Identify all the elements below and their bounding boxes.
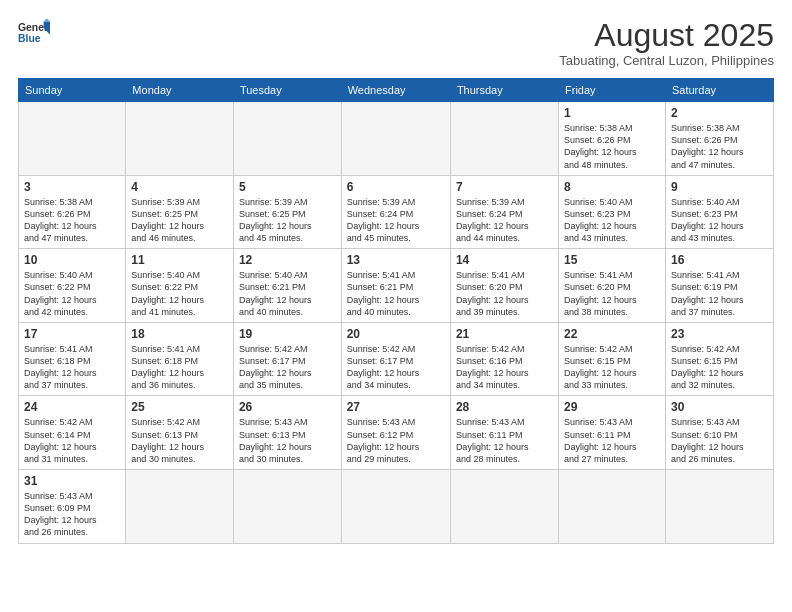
calendar-cell (450, 470, 558, 544)
day-info: Sunrise: 5:42 AM Sunset: 6:15 PM Dayligh… (564, 343, 660, 392)
calendar-cell: 27Sunrise: 5:43 AM Sunset: 6:12 PM Dayli… (341, 396, 450, 470)
calendar-cell: 9Sunrise: 5:40 AM Sunset: 6:23 PM Daylig… (665, 175, 773, 249)
day-info: Sunrise: 5:42 AM Sunset: 6:16 PM Dayligh… (456, 343, 553, 392)
calendar-cell: 8Sunrise: 5:40 AM Sunset: 6:23 PM Daylig… (559, 175, 666, 249)
day-number: 6 (347, 180, 445, 194)
calendar-cell: 7Sunrise: 5:39 AM Sunset: 6:24 PM Daylig… (450, 175, 558, 249)
location: Tabuating, Central Luzon, Philippines (559, 53, 774, 68)
calendar-cell: 16Sunrise: 5:41 AM Sunset: 6:19 PM Dayli… (665, 249, 773, 323)
calendar-cell: 4Sunrise: 5:39 AM Sunset: 6:25 PM Daylig… (126, 175, 234, 249)
calendar-cell: 28Sunrise: 5:43 AM Sunset: 6:11 PM Dayli… (450, 396, 558, 470)
day-number: 10 (24, 253, 120, 267)
calendar-cell: 1Sunrise: 5:38 AM Sunset: 6:26 PM Daylig… (559, 102, 666, 176)
calendar-cell: 6Sunrise: 5:39 AM Sunset: 6:24 PM Daylig… (341, 175, 450, 249)
day-number: 27 (347, 400, 445, 414)
day-info: Sunrise: 5:40 AM Sunset: 6:21 PM Dayligh… (239, 269, 336, 318)
calendar-cell: 25Sunrise: 5:42 AM Sunset: 6:13 PM Dayli… (126, 396, 234, 470)
calendar-week-row: 1Sunrise: 5:38 AM Sunset: 6:26 PM Daylig… (19, 102, 774, 176)
calendar-cell (126, 470, 234, 544)
title-block: August 2025 Tabuating, Central Luzon, Ph… (559, 18, 774, 68)
svg-marker-3 (44, 18, 50, 21)
calendar-cell: 23Sunrise: 5:42 AM Sunset: 6:15 PM Dayli… (665, 322, 773, 396)
day-number: 20 (347, 327, 445, 341)
calendar-cell: 20Sunrise: 5:42 AM Sunset: 6:17 PM Dayli… (341, 322, 450, 396)
day-info: Sunrise: 5:42 AM Sunset: 6:13 PM Dayligh… (131, 416, 228, 465)
day-number: 3 (24, 180, 120, 194)
day-number: 17 (24, 327, 120, 341)
calendar-cell: 12Sunrise: 5:40 AM Sunset: 6:21 PM Dayli… (233, 249, 341, 323)
day-info: Sunrise: 5:42 AM Sunset: 6:17 PM Dayligh… (347, 343, 445, 392)
day-number: 4 (131, 180, 228, 194)
day-number: 15 (564, 253, 660, 267)
day-number: 31 (24, 474, 120, 488)
day-info: Sunrise: 5:43 AM Sunset: 6:13 PM Dayligh… (239, 416, 336, 465)
day-number: 21 (456, 327, 553, 341)
logo: General Blue (18, 18, 50, 46)
day-info: Sunrise: 5:42 AM Sunset: 6:14 PM Dayligh… (24, 416, 120, 465)
calendar-cell: 29Sunrise: 5:43 AM Sunset: 6:11 PM Dayli… (559, 396, 666, 470)
day-info: Sunrise: 5:38 AM Sunset: 6:26 PM Dayligh… (24, 196, 120, 245)
day-info: Sunrise: 5:41 AM Sunset: 6:21 PM Dayligh… (347, 269, 445, 318)
calendar-cell (126, 102, 234, 176)
header: General Blue August 2025 Tabuating, Cent… (18, 18, 774, 68)
calendar-cell (450, 102, 558, 176)
day-info: Sunrise: 5:39 AM Sunset: 6:25 PM Dayligh… (239, 196, 336, 245)
day-info: Sunrise: 5:42 AM Sunset: 6:17 PM Dayligh… (239, 343, 336, 392)
calendar-cell: 11Sunrise: 5:40 AM Sunset: 6:22 PM Dayli… (126, 249, 234, 323)
day-info: Sunrise: 5:43 AM Sunset: 6:11 PM Dayligh… (456, 416, 553, 465)
day-number: 14 (456, 253, 553, 267)
day-number: 8 (564, 180, 660, 194)
weekday-header-wednesday: Wednesday (341, 79, 450, 102)
calendar-cell: 30Sunrise: 5:43 AM Sunset: 6:10 PM Dayli… (665, 396, 773, 470)
calendar-cell: 3Sunrise: 5:38 AM Sunset: 6:26 PM Daylig… (19, 175, 126, 249)
calendar-cell: 13Sunrise: 5:41 AM Sunset: 6:21 PM Dayli… (341, 249, 450, 323)
day-number: 19 (239, 327, 336, 341)
day-number: 25 (131, 400, 228, 414)
day-info: Sunrise: 5:40 AM Sunset: 6:23 PM Dayligh… (564, 196, 660, 245)
day-number: 2 (671, 106, 768, 120)
day-info: Sunrise: 5:43 AM Sunset: 6:10 PM Dayligh… (671, 416, 768, 465)
calendar-cell (233, 102, 341, 176)
day-number: 24 (24, 400, 120, 414)
calendar-week-row: 24Sunrise: 5:42 AM Sunset: 6:14 PM Dayli… (19, 396, 774, 470)
calendar-week-row: 17Sunrise: 5:41 AM Sunset: 6:18 PM Dayli… (19, 322, 774, 396)
day-info: Sunrise: 5:43 AM Sunset: 6:12 PM Dayligh… (347, 416, 445, 465)
day-number: 30 (671, 400, 768, 414)
weekday-header-row: SundayMondayTuesdayWednesdayThursdayFrid… (19, 79, 774, 102)
day-info: Sunrise: 5:39 AM Sunset: 6:24 PM Dayligh… (347, 196, 445, 245)
calendar-cell: 17Sunrise: 5:41 AM Sunset: 6:18 PM Dayli… (19, 322, 126, 396)
day-info: Sunrise: 5:41 AM Sunset: 6:19 PM Dayligh… (671, 269, 768, 318)
day-info: Sunrise: 5:40 AM Sunset: 6:23 PM Dayligh… (671, 196, 768, 245)
weekday-header-thursday: Thursday (450, 79, 558, 102)
calendar-cell (19, 102, 126, 176)
month-year: August 2025 (559, 18, 774, 53)
calendar-table: SundayMondayTuesdayWednesdayThursdayFrid… (18, 78, 774, 543)
calendar-cell (341, 102, 450, 176)
day-info: Sunrise: 5:41 AM Sunset: 6:20 PM Dayligh… (564, 269, 660, 318)
day-info: Sunrise: 5:39 AM Sunset: 6:24 PM Dayligh… (456, 196, 553, 245)
calendar-cell: 5Sunrise: 5:39 AM Sunset: 6:25 PM Daylig… (233, 175, 341, 249)
weekday-header-friday: Friday (559, 79, 666, 102)
calendar-cell (341, 470, 450, 544)
calendar-cell: 2Sunrise: 5:38 AM Sunset: 6:26 PM Daylig… (665, 102, 773, 176)
day-number: 18 (131, 327, 228, 341)
calendar-cell (559, 470, 666, 544)
day-number: 28 (456, 400, 553, 414)
day-number: 1 (564, 106, 660, 120)
day-number: 12 (239, 253, 336, 267)
calendar-cell: 18Sunrise: 5:41 AM Sunset: 6:18 PM Dayli… (126, 322, 234, 396)
day-info: Sunrise: 5:43 AM Sunset: 6:09 PM Dayligh… (24, 490, 120, 539)
day-info: Sunrise: 5:38 AM Sunset: 6:26 PM Dayligh… (671, 122, 768, 171)
page: General Blue August 2025 Tabuating, Cent… (0, 0, 792, 612)
calendar-cell: 14Sunrise: 5:41 AM Sunset: 6:20 PM Dayli… (450, 249, 558, 323)
calendar-cell (233, 470, 341, 544)
calendar-cell: 10Sunrise: 5:40 AM Sunset: 6:22 PM Dayli… (19, 249, 126, 323)
weekday-header-saturday: Saturday (665, 79, 773, 102)
day-number: 13 (347, 253, 445, 267)
calendar-cell: 26Sunrise: 5:43 AM Sunset: 6:13 PM Dayli… (233, 396, 341, 470)
calendar-cell: 19Sunrise: 5:42 AM Sunset: 6:17 PM Dayli… (233, 322, 341, 396)
day-info: Sunrise: 5:43 AM Sunset: 6:11 PM Dayligh… (564, 416, 660, 465)
calendar-week-row: 10Sunrise: 5:40 AM Sunset: 6:22 PM Dayli… (19, 249, 774, 323)
calendar-cell: 31Sunrise: 5:43 AM Sunset: 6:09 PM Dayli… (19, 470, 126, 544)
weekday-header-monday: Monday (126, 79, 234, 102)
